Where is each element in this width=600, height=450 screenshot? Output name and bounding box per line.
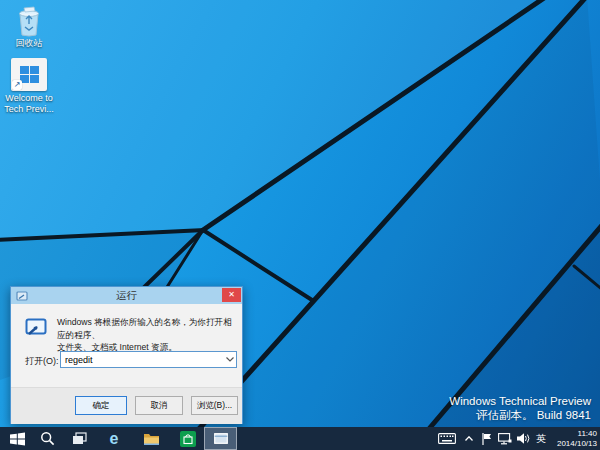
- store-button[interactable]: [175, 427, 201, 450]
- run-dialog-footer: 确定 取消 浏览(B)...: [11, 387, 242, 424]
- browse-button[interactable]: 浏览(B)...: [191, 396, 238, 415]
- cancel-button[interactable]: 取消: [135, 396, 183, 415]
- taskbar-run-app-button[interactable]: [204, 427, 237, 450]
- network-icon: [498, 433, 512, 445]
- clock-time: 11:40: [541, 429, 597, 439]
- speaker-icon: [517, 433, 530, 444]
- clock-date: 2014/10/13: [541, 439, 597, 449]
- chevron-down-icon[interactable]: [223, 352, 236, 367]
- welcome-tile: ↗: [11, 58, 47, 91]
- desktop-icon-welcome-tech-preview[interactable]: ↗ Welcome to Tech Previ...: [0, 58, 58, 115]
- recycle-bin-icon: [14, 5, 44, 37]
- action-center-button[interactable]: [478, 427, 496, 450]
- run-icon: [24, 317, 48, 337]
- run-dialog-body: Windows 将根据你所输入的名称，为你打开相应的程序、 文件夹、文档或 In…: [11, 304, 242, 424]
- start-windows-icon: [10, 432, 25, 446]
- welcome-label-line2: Tech Previ...: [0, 104, 58, 115]
- taskbar: e: [0, 427, 600, 450]
- shortcut-arrow-icon: ↗: [12, 80, 22, 90]
- open-label: 打开(O):: [25, 355, 59, 368]
- store-icon: [180, 431, 196, 447]
- watermark-line2: 评估副本。 Build 9841: [449, 408, 591, 422]
- watermark-line1: Windows Technical Preview: [449, 394, 591, 408]
- start-button[interactable]: [4, 427, 30, 450]
- network-button[interactable]: [496, 427, 514, 450]
- run-dialog-titlebar[interactable]: 运行 ✕: [11, 287, 242, 304]
- taskbar-search-button[interactable]: [34, 427, 60, 450]
- file-explorer-button[interactable]: [138, 427, 164, 450]
- run-window-icon: [16, 291, 28, 301]
- file-explorer-icon: [143, 432, 160, 446]
- volume-button[interactable]: [514, 427, 532, 450]
- run-app-window-icon: [214, 433, 228, 444]
- internet-explorer-button[interactable]: e: [101, 427, 127, 450]
- build-watermark: Windows Technical Preview 评估副本。 Build 98…: [449, 394, 591, 422]
- tray-clock[interactable]: 11:40 2014/10/13: [541, 429, 597, 448]
- touch-keyboard-icon: [438, 433, 456, 444]
- run-dialog: 运行 ✕ Windows 将根据你所输入的名称，为你打开相应的程序、 文件夹、文…: [10, 286, 243, 424]
- run-command-combobox: [60, 351, 237, 368]
- desktop: 回收站 ↗ Welcome to Tech Previ... Windows T…: [0, 0, 600, 450]
- close-icon[interactable]: ✕: [222, 288, 241, 302]
- flag-icon: [482, 433, 492, 445]
- chevron-up-icon: [465, 436, 473, 441]
- search-icon: [40, 431, 55, 446]
- touch-keyboard-button[interactable]: [435, 427, 459, 450]
- ok-button[interactable]: 确定: [75, 396, 127, 415]
- internet-explorer-icon: e: [110, 431, 119, 447]
- windows-logo-icon: [20, 66, 39, 83]
- task-view-button[interactable]: [66, 427, 92, 450]
- welcome-label-line1: Welcome to: [0, 93, 58, 104]
- run-message-line1: Windows 将根据你所输入的名称，为你打开相应的程序、: [57, 316, 239, 341]
- tray-show-hidden-icons-button[interactable]: [460, 427, 478, 450]
- recycle-bin-label: 回收站: [0, 38, 58, 49]
- run-dialog-title: 运行: [11, 289, 242, 303]
- run-command-input[interactable]: [61, 353, 223, 366]
- task-view-icon: [72, 432, 87, 445]
- desktop-icon-recycle-bin[interactable]: 回收站: [0, 5, 58, 49]
